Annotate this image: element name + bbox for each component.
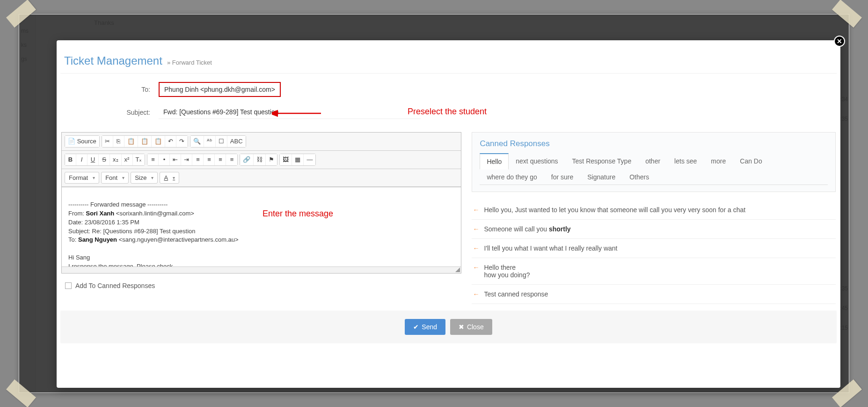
close-modal-button[interactable]: ✕ <box>834 36 845 47</box>
canned-item[interactable]: ←I'll tell you what I want what I really… <box>472 239 836 258</box>
tab-other[interactable]: other <box>638 153 667 170</box>
superscript-button[interactable]: x² <box>122 154 133 165</box>
format-select[interactable]: Format <box>65 172 99 184</box>
replace-button[interactable]: ᴬᵇ <box>204 136 216 147</box>
subject-label: Subject: <box>60 109 159 116</box>
font-select[interactable]: Font <box>101 172 129 184</box>
spellcheck-button[interactable]: ABC <box>227 136 246 147</box>
arrow-left-icon: ← <box>473 225 479 233</box>
annotation-enter-message: Enter the message <box>263 209 333 219</box>
paste-word-button[interactable]: 📋 <box>152 136 165 147</box>
arrow-annotation <box>272 108 323 119</box>
align-left-button[interactable]: ≡ <box>192 154 204 165</box>
forward-ticket-modal: ✕ Ticket Management » Forward Ticket To:… <box>57 40 840 388</box>
redo-button[interactable]: ↷ <box>176 136 188 147</box>
page-title: Ticket Management » Forward Ticket <box>60 54 837 74</box>
to-label: To: <box>60 86 159 93</box>
annotation-preselect: Preselect the student <box>408 107 487 117</box>
link-button[interactable]: 🔗 <box>240 154 254 165</box>
action-bar: ✔ Send ✖ Close <box>60 311 837 343</box>
paste-text-button[interactable]: 📋 <box>138 136 152 147</box>
strike-button[interactable]: S <box>99 154 110 165</box>
canned-tabs: Hello next questions Test Response Type … <box>480 153 828 185</box>
canned-item[interactable]: ←Hello you, Just wanted to let you know … <box>472 200 836 220</box>
app-frame: ms ks gs 1:34 1:35 1:35 1:45 2:15 Thanks… <box>19 14 849 393</box>
find-button[interactable]: 🔍 <box>190 136 204 147</box>
canned-item[interactable]: ←Hello therehow you doing? <box>472 258 836 285</box>
send-button[interactable]: ✔ Send <box>405 319 445 335</box>
bold-button[interactable]: B <box>65 154 76 165</box>
breadcrumb: » Forward Ticket <box>167 59 212 66</box>
tab-can-do[interactable]: Can Do <box>733 153 769 170</box>
add-to-canned-label: Add To Canned Responses <box>75 282 155 289</box>
editor-toolbar-3: Format Font Size A <box>62 169 461 187</box>
tab-signature[interactable]: Signature <box>580 169 622 185</box>
tab-next-questions[interactable]: next questions <box>509 153 565 170</box>
add-to-canned-checkbox[interactable] <box>65 282 72 289</box>
close-button[interactable]: ✖ Close <box>450 319 492 335</box>
align-center-button[interactable]: ≡ <box>204 154 215 165</box>
canned-response-list: ←Hello you, Just wanted to let you know … <box>472 200 836 304</box>
removeformat-button[interactable]: Tₓ <box>133 154 145 165</box>
size-select[interactable]: Size <box>131 172 158 184</box>
hr-button[interactable]: — <box>304 154 315 165</box>
canned-title: Canned Responses <box>480 139 828 148</box>
image-button[interactable]: 🖼 <box>280 154 292 165</box>
editor-toolbar-1: 📄 Source ✂ ⎘ 📋 📋 📋 ↶ ↷ 🔍 ᴬᵇ <box>62 133 461 151</box>
indent-button[interactable]: ⇥ <box>181 154 192 165</box>
copy-button[interactable]: ⎘ <box>113 136 124 147</box>
editor-resize-handle[interactable] <box>62 266 461 273</box>
tab-lets-see[interactable]: lets see <box>667 153 704 170</box>
italic-button[interactable]: I <box>76 154 88 165</box>
editor-content[interactable]: ---------- Forwarded message ---------- … <box>62 187 461 266</box>
underline-button[interactable]: U <box>88 154 99 165</box>
tab-test-response-type[interactable]: Test Response Type <box>565 153 639 170</box>
arrow-left-icon: ← <box>473 244 479 252</box>
arrow-left-icon: ← <box>473 264 479 279</box>
rich-text-editor: 📄 Source ✂ ⎘ 📋 📋 📋 ↶ ↷ 🔍 ᴬᵇ <box>61 132 461 274</box>
align-right-button[interactable]: ≡ <box>215 154 226 165</box>
bullet-list-button[interactable]: • <box>159 154 170 165</box>
tab-where-do-they-go[interactable]: where do they go <box>480 169 544 185</box>
textcolor-select[interactable]: A <box>160 172 179 184</box>
outdent-button[interactable]: ⇤ <box>170 154 181 165</box>
table-button[interactable]: ▦ <box>292 154 304 165</box>
canned-responses-box: Canned Responses Hello next questions Te… <box>472 132 836 192</box>
tab-hello[interactable]: Hello <box>480 153 509 170</box>
subscript-button[interactable]: x₂ <box>110 154 122 165</box>
to-input[interactable]: Phung Dinh <phung.dkh@gmail.com> <box>159 82 281 97</box>
canned-item[interactable]: ←Someone will call you shortly <box>472 220 836 239</box>
anchor-button[interactable]: ⚑ <box>266 154 277 165</box>
editor-toolbar-2: B I U S x₂ x² Tₓ ≡ • ⇤ ⇥ <box>62 151 461 169</box>
tab-others[interactable]: Others <box>622 169 656 185</box>
cut-button[interactable]: ✂ <box>102 136 113 147</box>
paste-button[interactable]: 📋 <box>124 136 138 147</box>
arrow-left-icon: ← <box>473 290 479 298</box>
undo-button[interactable]: ↶ <box>165 136 176 147</box>
align-justify-button[interactable]: ≡ <box>226 154 237 165</box>
source-button[interactable]: 📄 Source <box>65 136 99 147</box>
canned-item[interactable]: ←Test canned response <box>472 285 836 304</box>
title-text: Ticket Management <box>64 54 162 67</box>
arrow-left-icon: ← <box>473 206 479 214</box>
selectall-button[interactable]: ☐ <box>216 136 227 147</box>
numbered-list-button[interactable]: ≡ <box>147 154 159 165</box>
tab-for-sure[interactable]: for sure <box>544 169 580 185</box>
unlink-button[interactable]: ⛓ <box>254 154 266 165</box>
tab-more[interactable]: more <box>704 153 733 170</box>
